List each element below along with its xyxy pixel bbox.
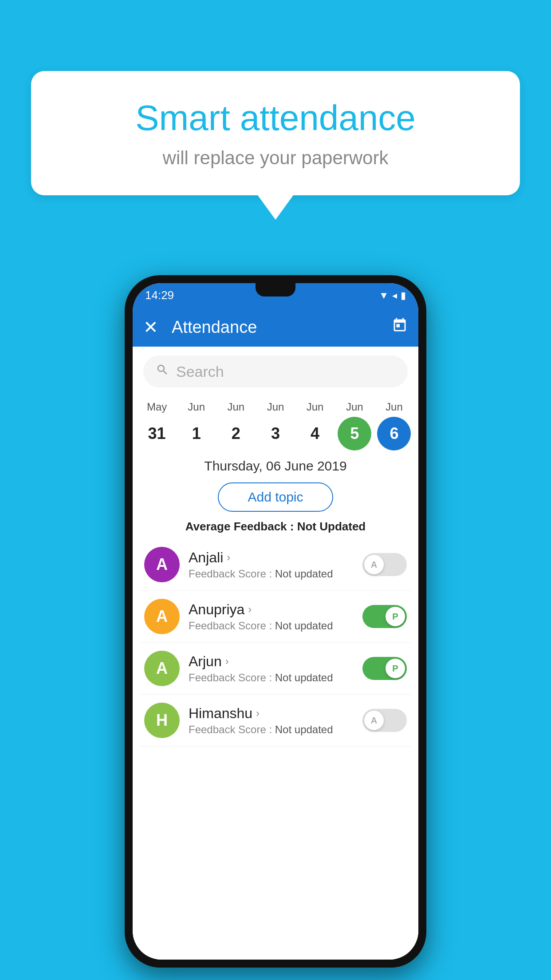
cal-date-0: 31 bbox=[140, 417, 174, 450]
calendar-day-4[interactable]: Jun 4 bbox=[297, 401, 333, 450]
student-name-arjun: Arjun › bbox=[189, 653, 362, 670]
cal-month-5: Jun bbox=[346, 401, 363, 413]
cal-month-6: Jun bbox=[386, 401, 403, 413]
speech-bubble-section: Smart attendance will replace your paper… bbox=[31, 71, 520, 220]
student-info-arjun: Arjun › Feedback Score : Not updated bbox=[180, 653, 362, 684]
add-topic-button[interactable]: Add topic bbox=[218, 482, 333, 512]
student-item-himanshu[interactable]: H Himanshu › Feedback Score : Not update… bbox=[140, 695, 411, 747]
cal-month-2: Jun bbox=[227, 401, 244, 413]
cal-date-5: 5 bbox=[338, 417, 371, 450]
avg-feedback-label: Average Feedback : bbox=[185, 520, 294, 533]
avg-feedback: Average Feedback : Not Updated bbox=[133, 516, 418, 539]
student-info-anupriya: Anupriya › Feedback Score : Not updated bbox=[180, 601, 362, 632]
cal-date-1: 1 bbox=[180, 417, 213, 450]
phone-inner: 14:29 ▼ ◂ ▮ ✕ Attendance bbox=[127, 278, 424, 965]
chevron-icon-himanshu: › bbox=[256, 707, 260, 719]
student-name-text-anjali: Anjali bbox=[189, 549, 223, 566]
phone-notch bbox=[256, 283, 295, 296]
calendar-button[interactable] bbox=[392, 317, 408, 337]
student-name-text-anupriya: Anupriya bbox=[189, 601, 244, 618]
toggle-anupriya[interactable]: P bbox=[362, 605, 407, 628]
cal-month-0: May bbox=[147, 401, 167, 413]
feedback-value-arjun: Not updated bbox=[275, 672, 333, 684]
chevron-icon-arjun: › bbox=[225, 655, 229, 668]
content-area: Search May 31 Jun 1 Jun 2 bbox=[133, 347, 418, 960]
avatar-arjun: A bbox=[144, 651, 180, 686]
close-button[interactable]: ✕ bbox=[143, 317, 158, 337]
student-feedback-arjun: Feedback Score : Not updated bbox=[189, 672, 362, 684]
toggle-anjali[interactable]: A bbox=[362, 553, 407, 576]
cal-month-4: Jun bbox=[307, 401, 324, 413]
toggle-arjun[interactable]: P bbox=[362, 657, 407, 680]
chevron-icon-anupriya: › bbox=[248, 603, 252, 616]
student-feedback-anjali: Feedback Score : Not updated bbox=[189, 568, 362, 580]
toggle-knob-anjali: A bbox=[364, 555, 384, 574]
cal-month-1: Jun bbox=[188, 401, 205, 413]
student-info-anjali: Anjali › Feedback Score : Not updated bbox=[180, 549, 362, 580]
avg-feedback-value: Not Updated bbox=[297, 520, 366, 533]
app-bar-title: Attendance bbox=[172, 318, 392, 337]
avatar-himanshu: H bbox=[144, 703, 180, 738]
feedback-value-himanshu: Not updated bbox=[275, 723, 333, 735]
phone-screen: 14:29 ▼ ◂ ▮ ✕ Attendance bbox=[133, 283, 418, 960]
student-list: A Anjali › Feedback Score : Not updated bbox=[133, 539, 418, 747]
selected-date: Thursday, 06 June 2019 bbox=[133, 450, 418, 478]
student-feedback-himanshu: Feedback Score : Not updated bbox=[189, 723, 362, 736]
bubble-subtitle: will replace your paperwork bbox=[67, 147, 484, 169]
student-name-himanshu: Himanshu › bbox=[189, 705, 362, 722]
cal-month-3: Jun bbox=[267, 401, 284, 413]
calendar-day-2[interactable]: Jun 2 bbox=[218, 401, 254, 450]
calendar-day-1[interactable]: Jun 1 bbox=[179, 401, 214, 450]
student-name-text-himanshu: Himanshu bbox=[189, 705, 252, 722]
cal-date-6: 6 bbox=[377, 417, 411, 450]
phone-frame: 14:29 ▼ ◂ ▮ ✕ Attendance bbox=[125, 275, 426, 968]
toggle-knob-anupriya: P bbox=[386, 607, 405, 626]
feedback-value-anupriya: Not updated bbox=[275, 620, 333, 632]
student-item-anupriya[interactable]: A Anupriya › Feedback Score : Not update… bbox=[140, 591, 411, 643]
student-name-anjali: Anjali › bbox=[189, 549, 362, 566]
cal-date-4: 4 bbox=[298, 417, 332, 450]
avatar-anjali: A bbox=[144, 547, 180, 582]
battery-icon: ▮ bbox=[401, 290, 406, 301]
student-info-himanshu: Himanshu › Feedback Score : Not updated bbox=[180, 705, 362, 736]
status-icons: ▼ ◂ ▮ bbox=[379, 290, 406, 301]
calendar-day-3[interactable]: Jun 3 bbox=[258, 401, 293, 450]
student-feedback-anupriya: Feedback Score : Not updated bbox=[189, 620, 362, 632]
speech-bubble: Smart attendance will replace your paper… bbox=[31, 71, 520, 195]
student-item-anjali[interactable]: A Anjali › Feedback Score : Not updated bbox=[140, 539, 411, 591]
signal-icon: ◂ bbox=[392, 290, 397, 301]
speech-bubble-tail bbox=[258, 195, 293, 220]
search-placeholder: Search bbox=[176, 363, 224, 380]
student-name-anupriya: Anupriya › bbox=[189, 601, 362, 618]
calendar-day-0[interactable]: May 31 bbox=[139, 401, 175, 450]
cal-date-3: 3 bbox=[259, 417, 292, 450]
bubble-title: Smart attendance bbox=[67, 98, 484, 138]
avatar-anupriya: A bbox=[144, 599, 180, 634]
toggle-himanshu[interactable]: A bbox=[362, 709, 407, 732]
wifi-icon: ▼ bbox=[379, 290, 389, 301]
toggle-knob-himanshu: A bbox=[364, 711, 384, 730]
toggle-knob-arjun: P bbox=[386, 659, 405, 678]
student-name-text-arjun: Arjun bbox=[189, 653, 222, 670]
search-icon bbox=[156, 363, 169, 380]
calendar-row: May 31 Jun 1 Jun 2 Jun 3 bbox=[133, 396, 418, 450]
app-bar: ✕ Attendance bbox=[133, 308, 418, 347]
calendar-day-5[interactable]: Jun 5 bbox=[337, 401, 372, 450]
feedback-value-anjali: Not updated bbox=[275, 568, 333, 580]
search-bar[interactable]: Search bbox=[143, 356, 408, 387]
student-item-arjun[interactable]: A Arjun › Feedback Score : Not updated bbox=[140, 643, 411, 695]
calendar-day-6[interactable]: Jun 6 bbox=[376, 401, 412, 450]
chevron-icon-anjali: › bbox=[227, 551, 230, 564]
status-time: 14:29 bbox=[145, 288, 174, 302]
cal-date-2: 2 bbox=[219, 417, 253, 450]
